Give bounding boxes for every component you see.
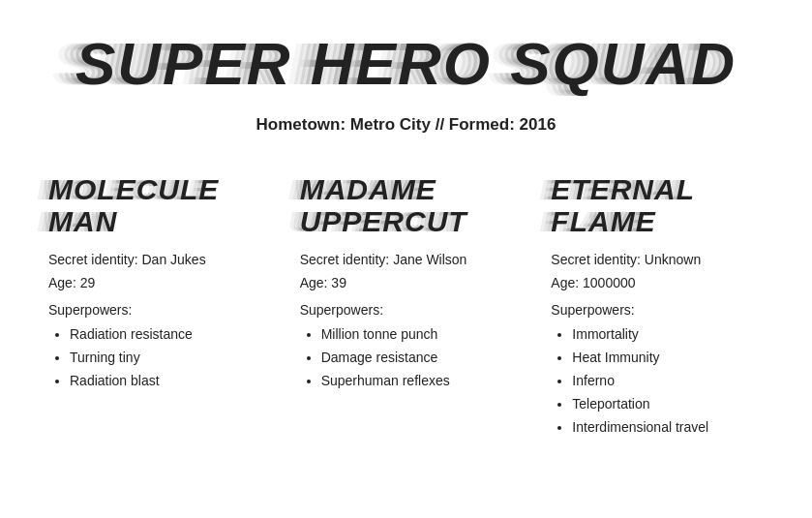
hero-name-0: Molecule Man — [48, 173, 261, 237]
hero-age-2: Age: 1000000 — [551, 272, 764, 295]
hero-power-1-1: Damage resistance — [321, 347, 513, 370]
hero-secret-identity-1: Secret identity: Jane Wilson — [300, 249, 513, 272]
hero-superpowers-list-2: ImmortalityHeat ImmunityInfernoTeleporta… — [551, 323, 764, 439]
hero-power-2-3: Teleportation — [572, 393, 764, 416]
hero-card-1: Madame UppercutSecret identity: Jane Wil… — [290, 173, 523, 439]
hero-age-1: Age: 39 — [300, 272, 513, 295]
hero-superpowers-list-0: Radiation resistanceTurning tinyRadiatio… — [48, 323, 261, 392]
hero-superpowers-label-1: Superpowers: — [300, 299, 513, 322]
hero-name-2: Eternal Flame — [551, 173, 764, 237]
hero-power-2-0: Immortality — [572, 323, 764, 347]
hero-power-2-2: Inferno — [572, 370, 764, 393]
hero-power-2-1: Heat Immunity — [572, 347, 764, 370]
hero-info-1: Secret identity: Jane WilsonAge: 39Super… — [300, 249, 513, 393]
hero-age-0: Age: 29 — [48, 272, 261, 295]
hero-info-0: Secret identity: Dan JukesAge: 29Superpo… — [48, 249, 261, 393]
hero-superpowers-list-1: Million tonne punchDamage resistanceSupe… — [300, 323, 513, 392]
hero-name-1: Madame Uppercut — [300, 173, 513, 237]
hero-secret-identity-0: Secret identity: Dan Jukes — [48, 249, 261, 272]
hero-power-1-2: Superhuman reflexes — [321, 370, 513, 393]
hero-power-0-1: Turning tiny — [70, 347, 261, 370]
hero-card-0: Molecule ManSecret identity: Dan JukesAg… — [39, 173, 271, 439]
hero-info-2: Secret identity: UnknownAge: 1000000Supe… — [551, 249, 764, 439]
heroes-grid: Molecule ManSecret identity: Dan JukesAg… — [39, 164, 773, 439]
main-title: Super Hero Squad — [75, 29, 737, 98]
hero-power-2-4: Interdimensional travel — [572, 416, 764, 440]
hero-superpowers-label-2: Superpowers: — [551, 299, 764, 322]
page-title: Super Hero Squad — [39, 19, 773, 98]
hero-superpowers-label-0: Superpowers: — [48, 299, 261, 322]
hero-secret-identity-2: Secret identity: Unknown — [551, 249, 764, 272]
hero-power-1-0: Million tonne punch — [321, 323, 513, 347]
hero-power-0-0: Radiation resistance — [70, 323, 261, 347]
hero-card-2: Eternal FlameSecret identity: UnknownAge… — [541, 173, 773, 439]
subtitle: Hometown: Metro City // Formed: 2016 — [39, 115, 773, 135]
hero-power-0-2: Radiation blast — [70, 370, 261, 393]
